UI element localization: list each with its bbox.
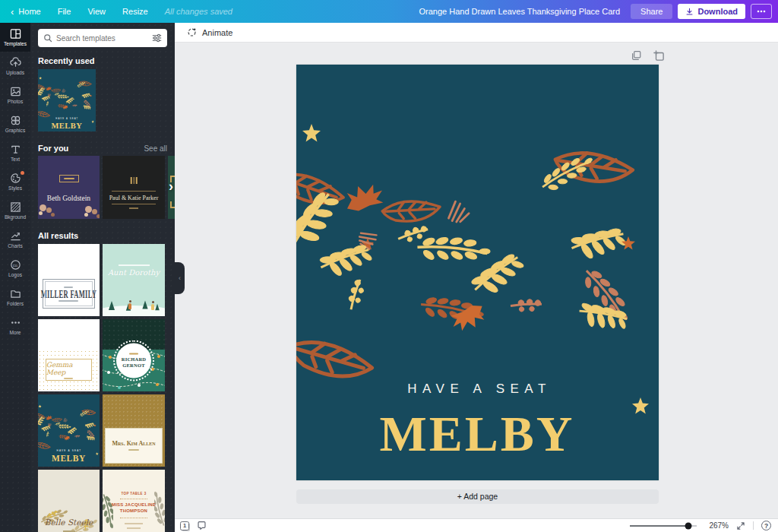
- see-all-link[interactable]: See all: [144, 144, 167, 153]
- decoration: [112, 191, 155, 192]
- sidebar-item-more[interactable]: More: [0, 312, 30, 340]
- zoom-slider-fill: [630, 525, 688, 527]
- decoration: [128, 303, 131, 309]
- sidebar-item-graphics[interactable]: Graphics: [0, 109, 30, 138]
- logos-icon: co.: [10, 259, 21, 271]
- help-button[interactable]: ?: [761, 521, 771, 530]
- animate-label: Animate: [202, 28, 232, 37]
- help-label: ?: [764, 522, 768, 530]
- rail-label: Charts: [8, 243, 22, 249]
- rail-label: Styles: [8, 185, 22, 191]
- rail-label: More: [9, 330, 21, 335]
- notes-icon: [197, 521, 207, 530]
- template-name: MISS JACQUELINE THOMPSON: [110, 502, 157, 515]
- template-card-miller-family[interactable]: MILLER FAMILY: [38, 244, 100, 316]
- sidebar-item-folders[interactable]: Folders: [0, 283, 30, 312]
- zoom-level: 267%: [707, 521, 729, 530]
- search-box[interactable]: [38, 29, 167, 47]
- sidebar-item-uploads[interactable]: Uploads: [0, 52, 30, 81]
- zoom-slider-handle[interactable]: [685, 522, 692, 529]
- template-card-richard-gernot[interactable]: RICHARD GERNOT: [103, 319, 165, 391]
- decoration: Gemma Meep: [46, 359, 93, 381]
- sidebar-item-charts[interactable]: Charts: [0, 225, 30, 254]
- download-button[interactable]: Download: [678, 4, 745, 19]
- decoration: [170, 201, 175, 208]
- melby-thumbnail-art: [38, 394, 100, 467]
- status-bar: 1 267% ?: [175, 518, 778, 532]
- for-you-heading: For you: [38, 144, 68, 153]
- fullscreen-button[interactable]: [736, 521, 745, 530]
- duplicate-page-icon[interactable]: [631, 50, 641, 61]
- home-button[interactable]: ‹ Home: [11, 7, 41, 17]
- background-icon: [10, 201, 21, 213]
- sidebar-item-logos[interactable]: co. Logos: [0, 254, 30, 283]
- decoration: Mrs. Kim Allen: [105, 428, 162, 464]
- template-card-belle-steele[interactable]: Belle Steele: [38, 470, 100, 532]
- template-card-jacqueline-thompson[interactable]: TOP TABLE 3 MISS JACQUELINE THOMPSON: [103, 470, 165, 532]
- share-button[interactable]: Share: [631, 4, 672, 19]
- sidebar-item-styles[interactable]: Styles: [0, 167, 30, 196]
- add-page-icon[interactable]: [653, 50, 664, 61]
- template-name: Beth Goldstein: [38, 195, 100, 202]
- decoration: [127, 527, 141, 529]
- back-chevron-icon: ‹: [11, 7, 14, 17]
- template-card-beth-goldstein[interactable]: Beth Goldstein: [38, 156, 100, 219]
- animate-icon: [187, 27, 197, 37]
- design-page[interactable]: [296, 65, 659, 480]
- download-label: Download: [697, 7, 738, 16]
- decoration: [109, 301, 115, 310]
- menu-resize[interactable]: Resize: [122, 7, 148, 16]
- sidebar-item-text[interactable]: Text: [0, 138, 30, 167]
- decoration: [120, 518, 147, 518]
- search-input[interactable]: [56, 34, 148, 43]
- template-card-aunt-dorothy[interactable]: Aunt Dorothy: [103, 244, 165, 316]
- divider: [753, 521, 754, 530]
- menu-view[interactable]: View: [87, 7, 106, 16]
- zoom-slider[interactable]: [630, 525, 697, 527]
- for-you-carousel: Beth Goldstein Paul & Katie Parker ›: [38, 156, 175, 219]
- filter-icon[interactable]: [152, 33, 162, 43]
- sidebar-item-templates[interactable]: Templates: [0, 23, 30, 52]
- notification-dot: [21, 171, 24, 175]
- more-options-button[interactable]: [751, 4, 772, 19]
- templates-icon: [10, 28, 21, 40]
- sidebar-item-background[interactable]: Bkground: [0, 196, 30, 225]
- decoration: [63, 530, 75, 532]
- panel-collapse-button[interactable]: ‹: [175, 262, 185, 294]
- folders-icon: [10, 288, 21, 299]
- template-card-gemma-meep[interactable]: Gemma Meep: [38, 319, 100, 391]
- rail-label: Uploads: [6, 70, 24, 75]
- utensils-icon: [131, 177, 138, 184]
- decoration: [142, 301, 147, 309]
- name-badge: RICHARD GERNOT: [116, 344, 151, 378]
- document-title[interactable]: Orange Hand Drawn Leaves Thanksgiving Pl…: [419, 7, 621, 16]
- decoration: [85, 206, 92, 213]
- template-card-melby-result[interactable]: [38, 394, 100, 467]
- home-label: Home: [18, 7, 40, 16]
- expand-icon: [736, 521, 745, 530]
- page-manager-button[interactable]: 1: [180, 521, 189, 530]
- carousel-next-button[interactable]: ›: [169, 179, 173, 193]
- animate-button[interactable]: Animate: [182, 25, 237, 40]
- charts-icon: [10, 230, 21, 242]
- sidebar-item-photos[interactable]: Photos: [0, 81, 30, 109]
- rail-label: Folders: [7, 301, 24, 306]
- all-results-heading: All results: [38, 231, 167, 240]
- template-card-melby-recent[interactable]: [38, 69, 96, 131]
- template-name: Aunt Dorothy: [103, 268, 165, 277]
- decoration: [125, 523, 144, 524]
- add-page-button[interactable]: + Add page: [296, 489, 659, 504]
- ellipsis-icon: [757, 10, 766, 13]
- template-card-paul-katie-parker[interactable]: Paul & Katie Parker: [103, 156, 165, 219]
- decoration: MILLER FAMILY: [43, 279, 96, 309]
- template-card-mrs-kim-allen[interactable]: Mrs. Kim Allen: [103, 394, 165, 467]
- template-name: RICHARD GERNOT: [119, 356, 149, 369]
- template-name: Gemma Meep: [46, 361, 92, 376]
- menu-file[interactable]: File: [58, 7, 71, 16]
- more-icon: [10, 317, 21, 328]
- page-actions: [631, 50, 664, 61]
- notes-button[interactable]: [197, 521, 207, 530]
- rail-label: Graphics: [5, 128, 25, 133]
- graphics-icon: [10, 115, 21, 126]
- collapse-chevron-icon: ‹: [179, 274, 181, 282]
